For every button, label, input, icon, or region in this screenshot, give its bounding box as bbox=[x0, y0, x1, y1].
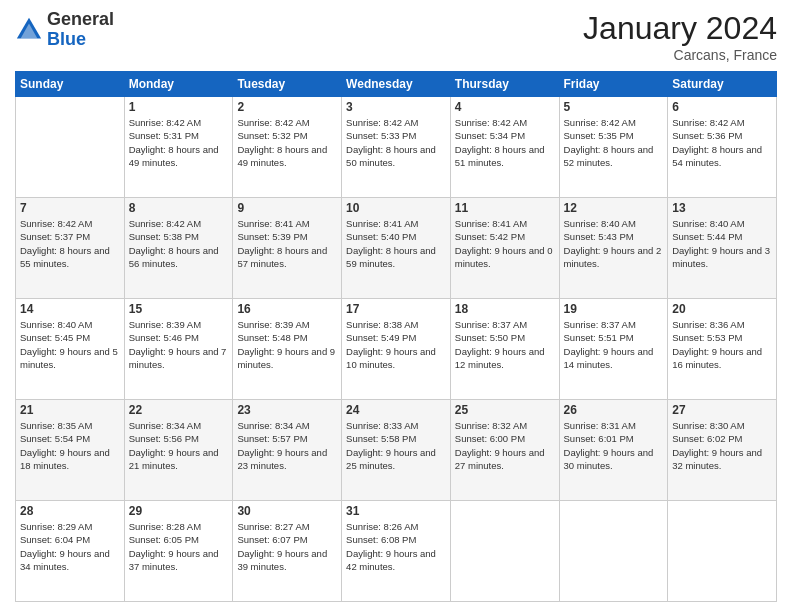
day-number: 14 bbox=[20, 302, 120, 316]
day-info: Sunrise: 8:28 AMSunset: 6:05 PMDaylight:… bbox=[129, 520, 229, 573]
logo: General Blue bbox=[15, 10, 114, 50]
day-info: Sunrise: 8:40 AMSunset: 5:45 PMDaylight:… bbox=[20, 318, 120, 371]
day-info: Sunrise: 8:32 AMSunset: 6:00 PMDaylight:… bbox=[455, 419, 555, 472]
calendar-cell: 2Sunrise: 8:42 AMSunset: 5:32 PMDaylight… bbox=[233, 97, 342, 198]
calendar-cell: 24Sunrise: 8:33 AMSunset: 5:58 PMDayligh… bbox=[342, 400, 451, 501]
weekday-header: Sunday bbox=[16, 72, 125, 97]
day-info: Sunrise: 8:27 AMSunset: 6:07 PMDaylight:… bbox=[237, 520, 337, 573]
weekday-header-row: SundayMondayTuesdayWednesdayThursdayFrid… bbox=[16, 72, 777, 97]
calendar-cell: 20Sunrise: 8:36 AMSunset: 5:53 PMDayligh… bbox=[668, 299, 777, 400]
day-number: 26 bbox=[564, 403, 664, 417]
day-info: Sunrise: 8:42 AMSunset: 5:37 PMDaylight:… bbox=[20, 217, 120, 270]
day-number: 27 bbox=[672, 403, 772, 417]
day-info: Sunrise: 8:30 AMSunset: 6:02 PMDaylight:… bbox=[672, 419, 772, 472]
calendar-cell: 19Sunrise: 8:37 AMSunset: 5:51 PMDayligh… bbox=[559, 299, 668, 400]
weekday-header: Thursday bbox=[450, 72, 559, 97]
day-number: 4 bbox=[455, 100, 555, 114]
day-number: 10 bbox=[346, 201, 446, 215]
day-info: Sunrise: 8:34 AMSunset: 5:56 PMDaylight:… bbox=[129, 419, 229, 472]
day-number: 22 bbox=[129, 403, 229, 417]
calendar-cell: 21Sunrise: 8:35 AMSunset: 5:54 PMDayligh… bbox=[16, 400, 125, 501]
day-info: Sunrise: 8:33 AMSunset: 5:58 PMDaylight:… bbox=[346, 419, 446, 472]
day-info: Sunrise: 8:42 AMSunset: 5:35 PMDaylight:… bbox=[564, 116, 664, 169]
week-row: 21Sunrise: 8:35 AMSunset: 5:54 PMDayligh… bbox=[16, 400, 777, 501]
day-info: Sunrise: 8:35 AMSunset: 5:54 PMDaylight:… bbox=[20, 419, 120, 472]
calendar-cell bbox=[559, 501, 668, 602]
calendar-cell: 17Sunrise: 8:38 AMSunset: 5:49 PMDayligh… bbox=[342, 299, 451, 400]
calendar-cell: 4Sunrise: 8:42 AMSunset: 5:34 PMDaylight… bbox=[450, 97, 559, 198]
header: General Blue January 2024 Carcans, Franc… bbox=[15, 10, 777, 63]
day-info: Sunrise: 8:39 AMSunset: 5:48 PMDaylight:… bbox=[237, 318, 337, 371]
day-info: Sunrise: 8:41 AMSunset: 5:40 PMDaylight:… bbox=[346, 217, 446, 270]
weekday-header: Friday bbox=[559, 72, 668, 97]
day-number: 5 bbox=[564, 100, 664, 114]
month-title: January 2024 bbox=[583, 10, 777, 47]
day-number: 11 bbox=[455, 201, 555, 215]
calendar-cell: 12Sunrise: 8:40 AMSunset: 5:43 PMDayligh… bbox=[559, 198, 668, 299]
calendar-cell: 14Sunrise: 8:40 AMSunset: 5:45 PMDayligh… bbox=[16, 299, 125, 400]
weekday-header: Saturday bbox=[668, 72, 777, 97]
day-number: 18 bbox=[455, 302, 555, 316]
day-info: Sunrise: 8:31 AMSunset: 6:01 PMDaylight:… bbox=[564, 419, 664, 472]
calendar-cell: 3Sunrise: 8:42 AMSunset: 5:33 PMDaylight… bbox=[342, 97, 451, 198]
day-number: 12 bbox=[564, 201, 664, 215]
day-info: Sunrise: 8:36 AMSunset: 5:53 PMDaylight:… bbox=[672, 318, 772, 371]
day-number: 28 bbox=[20, 504, 120, 518]
day-number: 30 bbox=[237, 504, 337, 518]
calendar-cell bbox=[16, 97, 125, 198]
calendar-cell: 10Sunrise: 8:41 AMSunset: 5:40 PMDayligh… bbox=[342, 198, 451, 299]
calendar-cell: 5Sunrise: 8:42 AMSunset: 5:35 PMDaylight… bbox=[559, 97, 668, 198]
day-number: 20 bbox=[672, 302, 772, 316]
day-number: 7 bbox=[20, 201, 120, 215]
day-info: Sunrise: 8:26 AMSunset: 6:08 PMDaylight:… bbox=[346, 520, 446, 573]
day-info: Sunrise: 8:42 AMSunset: 5:34 PMDaylight:… bbox=[455, 116, 555, 169]
day-number: 6 bbox=[672, 100, 772, 114]
day-number: 23 bbox=[237, 403, 337, 417]
calendar-cell bbox=[668, 501, 777, 602]
day-info: Sunrise: 8:42 AMSunset: 5:38 PMDaylight:… bbox=[129, 217, 229, 270]
day-number: 24 bbox=[346, 403, 446, 417]
day-number: 1 bbox=[129, 100, 229, 114]
calendar-cell bbox=[450, 501, 559, 602]
calendar-cell: 27Sunrise: 8:30 AMSunset: 6:02 PMDayligh… bbox=[668, 400, 777, 501]
calendar-cell: 7Sunrise: 8:42 AMSunset: 5:37 PMDaylight… bbox=[16, 198, 125, 299]
calendar-cell: 6Sunrise: 8:42 AMSunset: 5:36 PMDaylight… bbox=[668, 97, 777, 198]
week-row: 28Sunrise: 8:29 AMSunset: 6:04 PMDayligh… bbox=[16, 501, 777, 602]
calendar-table: SundayMondayTuesdayWednesdayThursdayFrid… bbox=[15, 71, 777, 602]
day-info: Sunrise: 8:42 AMSunset: 5:32 PMDaylight:… bbox=[237, 116, 337, 169]
calendar-cell: 11Sunrise: 8:41 AMSunset: 5:42 PMDayligh… bbox=[450, 198, 559, 299]
calendar-cell: 31Sunrise: 8:26 AMSunset: 6:08 PMDayligh… bbox=[342, 501, 451, 602]
week-row: 7Sunrise: 8:42 AMSunset: 5:37 PMDaylight… bbox=[16, 198, 777, 299]
calendar-cell: 29Sunrise: 8:28 AMSunset: 6:05 PMDayligh… bbox=[124, 501, 233, 602]
day-info: Sunrise: 8:41 AMSunset: 5:39 PMDaylight:… bbox=[237, 217, 337, 270]
weekday-header: Wednesday bbox=[342, 72, 451, 97]
location: Carcans, France bbox=[583, 47, 777, 63]
week-row: 14Sunrise: 8:40 AMSunset: 5:45 PMDayligh… bbox=[16, 299, 777, 400]
logo-icon bbox=[15, 16, 43, 44]
day-info: Sunrise: 8:29 AMSunset: 6:04 PMDaylight:… bbox=[20, 520, 120, 573]
day-number: 17 bbox=[346, 302, 446, 316]
week-row: 1Sunrise: 8:42 AMSunset: 5:31 PMDaylight… bbox=[16, 97, 777, 198]
day-info: Sunrise: 8:40 AMSunset: 5:44 PMDaylight:… bbox=[672, 217, 772, 270]
logo-blue-text: Blue bbox=[47, 29, 86, 49]
title-block: January 2024 Carcans, France bbox=[583, 10, 777, 63]
day-info: Sunrise: 8:34 AMSunset: 5:57 PMDaylight:… bbox=[237, 419, 337, 472]
day-info: Sunrise: 8:38 AMSunset: 5:49 PMDaylight:… bbox=[346, 318, 446, 371]
day-number: 16 bbox=[237, 302, 337, 316]
day-number: 31 bbox=[346, 504, 446, 518]
day-info: Sunrise: 8:41 AMSunset: 5:42 PMDaylight:… bbox=[455, 217, 555, 270]
day-number: 2 bbox=[237, 100, 337, 114]
calendar-cell: 26Sunrise: 8:31 AMSunset: 6:01 PMDayligh… bbox=[559, 400, 668, 501]
day-number: 3 bbox=[346, 100, 446, 114]
day-number: 21 bbox=[20, 403, 120, 417]
calendar-cell: 18Sunrise: 8:37 AMSunset: 5:50 PMDayligh… bbox=[450, 299, 559, 400]
calendar-cell: 8Sunrise: 8:42 AMSunset: 5:38 PMDaylight… bbox=[124, 198, 233, 299]
day-info: Sunrise: 8:39 AMSunset: 5:46 PMDaylight:… bbox=[129, 318, 229, 371]
calendar-cell: 13Sunrise: 8:40 AMSunset: 5:44 PMDayligh… bbox=[668, 198, 777, 299]
day-info: Sunrise: 8:37 AMSunset: 5:51 PMDaylight:… bbox=[564, 318, 664, 371]
day-info: Sunrise: 8:42 AMSunset: 5:36 PMDaylight:… bbox=[672, 116, 772, 169]
calendar-cell: 22Sunrise: 8:34 AMSunset: 5:56 PMDayligh… bbox=[124, 400, 233, 501]
day-number: 29 bbox=[129, 504, 229, 518]
calendar-cell: 1Sunrise: 8:42 AMSunset: 5:31 PMDaylight… bbox=[124, 97, 233, 198]
day-number: 25 bbox=[455, 403, 555, 417]
